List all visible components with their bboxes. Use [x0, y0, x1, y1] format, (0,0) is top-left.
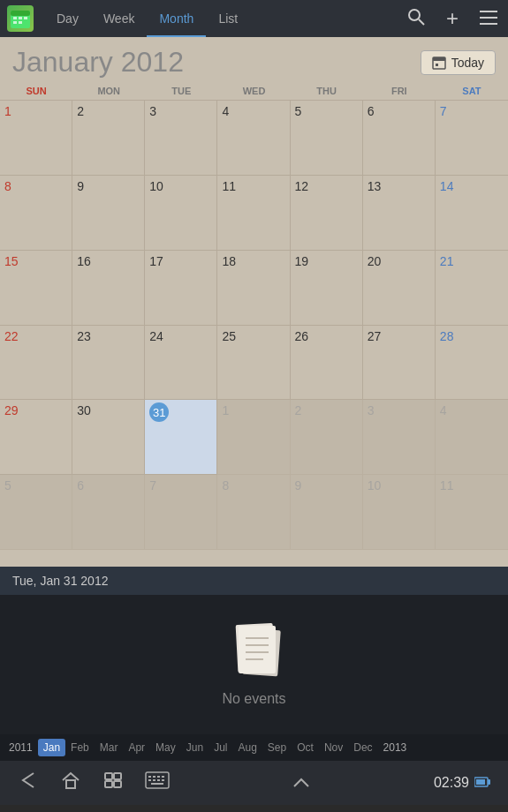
calendar-cell[interactable]: 29: [0, 400, 72, 475]
calendar-cell[interactable]: 2: [72, 101, 145, 176]
app-icon: [7, 5, 34, 32]
svg-rect-6: [19, 21, 22, 24]
svg-rect-5: [13, 21, 17, 24]
strip-oct[interactable]: Oct: [292, 739, 319, 756]
strip-apr[interactable]: Apr: [123, 739, 150, 756]
calendar-cell[interactable]: 10: [363, 475, 436, 550]
strip-feb[interactable]: Feb: [65, 739, 95, 756]
calendar-cell[interactable]: 25: [217, 326, 290, 401]
strip-dec[interactable]: Dec: [348, 739, 377, 756]
calendar-cell[interactable]: 7: [145, 475, 217, 550]
strip-may[interactable]: May: [150, 739, 181, 756]
home-button[interactable]: [60, 770, 81, 796]
calendar-cell[interactable]: 26: [291, 326, 363, 401]
back-button[interactable]: [18, 770, 39, 796]
day-number: 1: [4, 104, 11, 118]
tab-day[interactable]: Day: [44, 0, 91, 37]
calendar-cell[interactable]: 6: [72, 475, 145, 550]
day-number: 16: [77, 254, 91, 268]
calendar-cell[interactable]: 23: [72, 326, 145, 401]
no-events-icon: [228, 619, 281, 680]
day-number: 15: [4, 254, 19, 268]
strip-jan[interactable]: Jan: [38, 739, 65, 756]
day-number: 3: [368, 403, 375, 417]
calendar-cell[interactable]: 11: [436, 475, 508, 550]
no-events-text: No events: [222, 691, 285, 707]
calendar-cell[interactable]: 3: [145, 101, 217, 176]
year: 2012: [121, 46, 184, 78]
calendar-cell[interactable]: 14: [436, 176, 508, 251]
svg-line-8: [419, 19, 424, 25]
header-thu: THU: [291, 84, 363, 98]
tab-week[interactable]: Week: [91, 0, 148, 37]
svg-rect-24: [114, 773, 121, 779]
day-number: 22: [4, 329, 19, 343]
calendar-cell[interactable]: 5: [0, 475, 72, 550]
svg-rect-31: [162, 776, 164, 778]
calendar-cell[interactable]: 18: [217, 251, 290, 326]
strip-aug[interactable]: Aug: [232, 739, 262, 756]
calendar-cell[interactable]: 3: [363, 400, 436, 475]
calendar-cell[interactable]: 8: [217, 475, 290, 550]
calendar-cell[interactable]: 10: [145, 176, 217, 251]
nav-tabs: Day Week Month List: [44, 0, 404, 37]
calendar-cell[interactable]: 1: [0, 101, 72, 176]
calendar-cell[interactable]: 15: [0, 251, 72, 326]
calendar-cell[interactable]: 6: [363, 101, 436, 176]
header-fri: FRI: [363, 84, 436, 98]
strip-sep[interactable]: Sep: [262, 739, 292, 756]
day-number: 6: [368, 104, 375, 118]
menu-button[interactable]: [476, 5, 501, 33]
calendar-cell[interactable]: 9: [291, 475, 363, 550]
keyboard-button[interactable]: [145, 771, 170, 794]
svg-rect-9: [480, 11, 497, 12]
calendar-cell[interactable]: 31: [145, 400, 217, 475]
calendar-cell[interactable]: 28: [436, 326, 508, 401]
calendar-cell[interactable]: 20: [363, 251, 436, 326]
calendar-cell[interactable]: 4: [217, 101, 290, 176]
calendar-cell[interactable]: 22: [0, 326, 72, 401]
year-right: 2013: [378, 741, 413, 754]
calendar-cell[interactable]: 4: [436, 400, 508, 475]
calendar-cell[interactable]: 16: [72, 251, 145, 326]
calendar-cell[interactable]: 2: [291, 400, 363, 475]
events-content: No events: [0, 595, 508, 731]
strip-jun[interactable]: Jun: [181, 739, 209, 756]
svg-rect-39: [476, 779, 485, 785]
recent-button[interactable]: [102, 770, 124, 796]
add-button[interactable]: +: [443, 3, 462, 34]
up-button[interactable]: [291, 772, 312, 793]
today-button[interactable]: Today: [421, 50, 496, 75]
calendar-cell[interactable]: 9: [72, 176, 145, 251]
calendar-cell[interactable]: 11: [217, 176, 290, 251]
svg-rect-25: [105, 781, 112, 787]
svg-rect-23: [105, 773, 112, 779]
search-button[interactable]: [404, 4, 428, 34]
calendar-cell[interactable]: 5: [291, 101, 363, 176]
tab-list[interactable]: List: [206, 0, 250, 37]
calendar-cell[interactable]: 8: [0, 176, 72, 251]
tab-month[interactable]: Month: [147, 0, 206, 37]
calendar-cell[interactable]: 19: [291, 251, 363, 326]
calendar-cell[interactable]: 13: [363, 176, 436, 251]
calendar-cell[interactable]: 30: [72, 400, 145, 475]
day-number: 4: [440, 403, 447, 417]
calendar-cell[interactable]: 17: [145, 251, 217, 326]
calendar-cell[interactable]: 21: [436, 251, 508, 326]
calendar-cell[interactable]: 1: [217, 400, 290, 475]
day-number: 14: [440, 179, 454, 193]
strip-mar[interactable]: Mar: [95, 739, 124, 756]
calendar-area: January 2012 Today SUN MON TUE WED THU F…: [0, 37, 508, 567]
strip-jul[interactable]: Jul: [209, 739, 232, 756]
calendar-cell[interactable]: 7: [436, 101, 508, 176]
month-header: January 2012 Today: [0, 37, 508, 84]
svg-rect-2: [13, 17, 17, 19]
calendar-cell[interactable]: 27: [363, 326, 436, 401]
calendar-cell[interactable]: 24: [145, 326, 217, 401]
header-sun: SUN: [0, 84, 72, 98]
calendar-cell[interactable]: 12: [291, 176, 363, 251]
today-label: Today: [451, 56, 484, 70]
day-number: 9: [295, 478, 302, 492]
strip-nov[interactable]: Nov: [319, 739, 348, 756]
day-number: 9: [77, 179, 84, 193]
